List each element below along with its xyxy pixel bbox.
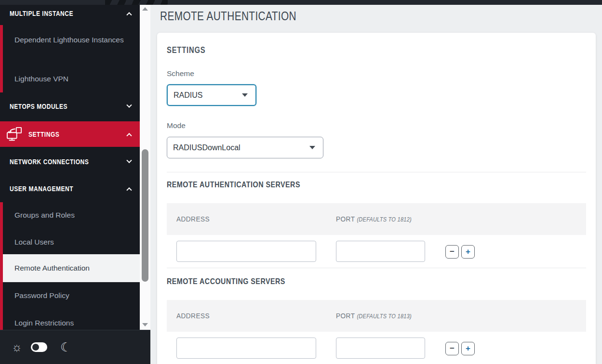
- sidebar-item-settings[interactable]: SETTINGS: [0, 121, 140, 147]
- sidebar-item-user-management[interactable]: USER MANAGEMENT: [10, 181, 131, 196]
- top-header-strip: [0, 0, 602, 5]
- toggle-knob: [32, 344, 39, 351]
- auth-remove-row-button[interactable]: −: [445, 245, 459, 259]
- acct-address-input[interactable]: [176, 338, 316, 359]
- chevron-down-icon: [126, 158, 132, 163]
- scheme-select[interactable]: RADIUS: [167, 84, 256, 106]
- sidebar-item-netops-modules[interactable]: NETOPS MODULES: [10, 99, 131, 114]
- sidebar-item-network-connections[interactable]: NETWORK CONNECTIONS: [10, 154, 131, 169]
- acct-servers-heading: REMOTE ACCOUNTING SERVERS: [167, 277, 285, 286]
- sidebar-item-multiple-instance[interactable]: MULTIPLE INSTANCE: [10, 6, 131, 21]
- port-column-header: PORT (DEFAULTS TO 1813): [336, 312, 412, 320]
- sidebar-item-label: Login Restrictions: [14, 319, 74, 327]
- sidebar-item-dependent-lighthouse-instances[interactable]: Dependent Lighthouse Instances: [14, 34, 127, 46]
- sidebar-item-label: NETWORK CONNECTIONS: [10, 158, 89, 166]
- scheme-label: Scheme: [167, 69, 194, 78]
- card-heading: SETTINGS: [167, 45, 205, 55]
- sidebar-item-label: Dependent Lighthouse Instances: [14, 36, 124, 44]
- row-divider: [167, 268, 586, 268]
- acct-port-input[interactable]: [336, 338, 425, 359]
- scroll-down-arrow-icon[interactable]: [142, 323, 148, 326]
- auth-port-input[interactable]: [336, 241, 425, 262]
- auth-address-input[interactable]: [176, 241, 316, 262]
- mode-label: Mode: [167, 121, 186, 130]
- sidebar-item-label: Local Users: [14, 238, 54, 246]
- main-content: REMOTE AUTHENTICATION SETTINGS Scheme RA…: [150, 5, 602, 364]
- sidebar-item-groups-and-roles[interactable]: Groups and Roles: [14, 209, 127, 221]
- acct-servers-header-row: ADDRESS PORT (DEFAULTS TO 1813): [167, 300, 586, 332]
- sidebar-item-label: Remote Authentication: [3, 264, 90, 273]
- caret-down-icon: [309, 146, 315, 149]
- sidebar-item-label: Password Policy: [14, 291, 69, 299]
- sun-icon: ☼: [12, 341, 22, 353]
- sidebar-item-lighthouse-vpn[interactable]: Lighthouse VPN: [14, 73, 127, 85]
- port-default-note: (DEFAULTS TO 1813): [357, 313, 412, 320]
- theme-toggle[interactable]: [31, 342, 47, 352]
- mode-select-value: RADIUSDownLocal: [173, 143, 241, 152]
- chevron-down-icon: [126, 103, 132, 108]
- scroll-up-arrow-icon[interactable]: [142, 7, 148, 11]
- theme-switch-bar: ☼ ☾: [0, 330, 150, 364]
- auth-servers-header-row: ADDRESS PORT (DEFAULTS TO 1812): [167, 203, 586, 235]
- mode-select[interactable]: RADIUSDownLocal: [167, 137, 323, 158]
- section-divider: [167, 172, 586, 172]
- app-window: MULTIPLE INSTANCE Dependent Lighthouse I…: [0, 0, 602, 364]
- sidebar-item-label: NETOPS MODULES: [10, 103, 67, 110]
- sidebar-item-remote-authentication-selected[interactable]: Remote Authentication: [3, 254, 140, 282]
- sidebar-item-local-users[interactable]: Local Users: [14, 236, 127, 248]
- port-header-text: PORT: [336, 312, 357, 320]
- caret-down-icon: [242, 93, 248, 97]
- settings-card: SETTINGS Scheme RADIUS Mode RADIUSDownLo…: [157, 33, 596, 364]
- sidebar-item-label: SETTINGS: [28, 130, 59, 138]
- sidebar-nav: MULTIPLE INSTANCE Dependent Lighthouse I…: [0, 0, 140, 330]
- sidebar-item-label: MULTIPLE INSTANCE: [10, 10, 73, 17]
- sidebar-scrollbar[interactable]: [140, 4, 150, 330]
- sidebar-item-login-restrictions[interactable]: Login Restrictions: [14, 317, 127, 329]
- address-column-header: ADDRESS: [176, 312, 210, 320]
- auth-add-row-button[interactable]: +: [461, 245, 475, 259]
- sidebar-item-password-policy[interactable]: Password Policy: [14, 289, 127, 302]
- chevron-up-icon: [126, 133, 132, 138]
- page-title: REMOTE AUTHENTICATION: [160, 9, 296, 24]
- acct-add-row-button[interactable]: +: [461, 342, 475, 355]
- port-header-text: PORT: [336, 215, 357, 223]
- scrollbar-thumb[interactable]: [142, 149, 148, 282]
- moon-icon: ☾: [60, 341, 71, 353]
- sidebar-item-label: Lighthouse VPN: [14, 75, 68, 83]
- logo-stripes-decoration: [105, 0, 168, 5]
- acct-remove-row-button[interactable]: −: [445, 342, 459, 355]
- port-column-header: PORT (DEFAULTS TO 1812): [336, 215, 412, 223]
- port-default-note: (DEFAULTS TO 1812): [357, 216, 412, 223]
- active-group-indicator-bar: [0, 25, 3, 92]
- auth-servers-heading: REMOTE AUTHENTICATION SERVERS: [167, 180, 300, 190]
- scheme-select-value: RADIUS: [174, 91, 202, 100]
- settings-icon: [6, 127, 23, 142]
- chevron-up-icon: [126, 187, 132, 193]
- sidebar-item-label: USER MANAGEMENT: [10, 185, 73, 193]
- sidebar-item-label: Groups and Roles: [14, 211, 75, 219]
- address-column-header: ADDRESS: [176, 215, 210, 223]
- chevron-up-icon: [126, 12, 132, 17]
